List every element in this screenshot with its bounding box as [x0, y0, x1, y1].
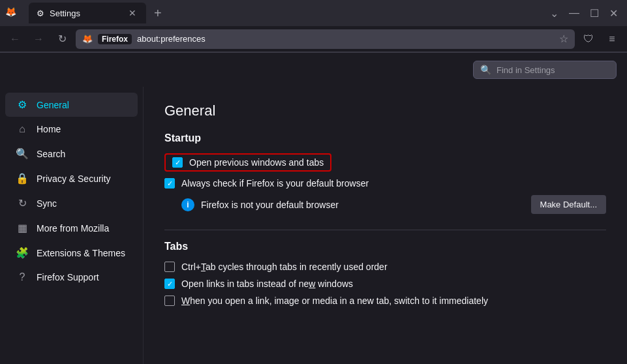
ctrl-tab-checkbox[interactable] [164, 262, 175, 272]
find-settings-field[interactable]: 🔍 Find in Settings [473, 61, 617, 79]
nav-right: 🛡 ≡ [579, 29, 622, 49]
header-search-area: 🔍 Find in Settings [0, 53, 627, 87]
menu-button[interactable]: ≡ [602, 29, 622, 49]
sidebar: ⚙ General ⌂ Home 🔍 Search 🔒 Privacy & Se… [0, 87, 144, 364]
window-close-button[interactable]: ✕ [605, 6, 622, 21]
window-maximize-button[interactable]: ☐ [586, 6, 603, 21]
sidebar-item-sync[interactable]: ↻ Sync [5, 191, 138, 215]
check-default-checkbox[interactable]: ✓ [164, 178, 175, 189]
tabs-section: Tabs Ctrl+Tab cycles through tabs in rec… [164, 241, 606, 306]
extensions-icon: 🧩 [16, 247, 29, 259]
reload-button[interactable]: ↻ [52, 29, 72, 49]
make-default-button[interactable]: Make Default... [531, 195, 606, 214]
open-links-checkbox[interactable]: ✓ [164, 279, 175, 289]
sidebar-item-mozilla-label: More from Mozilla [37, 223, 109, 234]
url-bar[interactable]: 🦊 Firefox about:preferences ☆ [76, 29, 575, 49]
section-divider [164, 230, 606, 230]
open-prev-label: Open previous windows and tabs [189, 157, 324, 168]
title-bar: 🦊 ⚙ Settings ✕ + ⌄ — ☐ ✕ [0, 0, 627, 26]
url-text: about:preferences [137, 34, 554, 44]
open-links-row: ✓ Open links in tabs instead of new wind… [164, 279, 606, 289]
shield-icon[interactable]: 🛡 [579, 29, 598, 49]
tab-bar: ⚙ Settings ✕ + [23, 3, 172, 23]
back-button[interactable]: ← [5, 29, 25, 49]
sidebar-item-search[interactable]: 🔍 Search [5, 142, 138, 166]
sidebar-item-home[interactable]: ⌂ Home [5, 117, 138, 141]
window-controls: ⌄ — ☐ ✕ [546, 6, 622, 21]
search-icon: 🔍 [16, 147, 29, 160]
sidebar-item-extensions[interactable]: 🧩 Extensions & Themes [5, 241, 138, 265]
startup-section-title: Startup [164, 132, 606, 144]
bookmark-icon[interactable]: ☆ [559, 33, 568, 45]
content-area: General Startup ✓ Open previous windows … [144, 87, 627, 364]
sidebar-item-privacy-label: Privacy & Security [37, 174, 111, 184]
settings-tab[interactable]: ⚙ Settings ✕ [29, 3, 146, 23]
ctrl-tab-label: Ctrl+Tab cycles through tabs in recently… [181, 262, 388, 272]
sidebar-item-search-label: Search [37, 149, 65, 159]
sidebar-item-support-label: Firefox Support [37, 272, 99, 282]
info-icon: i [181, 198, 194, 211]
sidebar-item-home-label: Home [37, 124, 61, 134]
sync-icon: ↻ [16, 197, 29, 209]
browser-chrome: 🦊 ⚙ Settings ✕ + ⌄ — ☐ ✕ ← → ↻ 🦊 Firefox… [0, 0, 627, 53]
tab-settings-icon: ⚙ [37, 8, 44, 18]
tabs-section-title: Tabs [164, 241, 606, 252]
switch-tab-checkbox[interactable] [164, 296, 175, 306]
switch-tab-row: When you open a link, image or media in … [164, 296, 606, 306]
find-settings-placeholder: Find in Settings [497, 65, 555, 75]
find-search-icon: 🔍 [480, 65, 491, 75]
default-browser-row: i Firefox is not your default browser Ma… [181, 195, 606, 214]
url-badge: Firefox [98, 34, 132, 44]
general-icon: ⚙ [16, 99, 29, 111]
startup-section: Startup ✓ Open previous windows and tabs… [164, 132, 606, 214]
sidebar-item-mozilla[interactable]: ▦ More from Mozilla [5, 216, 138, 240]
privacy-icon: 🔒 [16, 172, 29, 185]
check-default-row: ✓ Always check if Firefox is your defaul… [164, 178, 606, 189]
sidebar-item-extensions-label: Extensions & Themes [37, 248, 125, 258]
sidebar-item-general-label: General [37, 100, 69, 110]
new-tab-button[interactable]: + [149, 3, 167, 23]
check-default-label: Always check if Firefox is your default … [181, 178, 369, 189]
default-browser-message: Firefox is not your default browser [201, 200, 339, 210]
support-icon: ? [16, 271, 29, 283]
sidebar-item-privacy[interactable]: 🔒 Privacy & Security [5, 166, 138, 190]
ctrl-tab-row: Ctrl+Tab cycles through tabs in recently… [164, 262, 606, 272]
home-icon: ⌂ [16, 123, 29, 135]
url-favicon-icon: 🦊 [82, 34, 93, 44]
sidebar-item-support[interactable]: ? Firefox Support [5, 265, 138, 289]
tab-close-button[interactable]: ✕ [127, 7, 138, 19]
page-title: General [164, 102, 606, 119]
open-prev-checkbox[interactable]: ✓ [172, 157, 183, 168]
window-dropdown-button[interactable]: ⌄ [546, 6, 562, 21]
window-minimize-button[interactable]: — [565, 6, 583, 20]
nav-bar: ← → ↻ 🦊 Firefox about:preferences ☆ 🛡 ≡ [0, 26, 627, 52]
firefox-logo-icon: 🦊 [5, 7, 18, 20]
switch-tab-label: When you open a link, image or media in … [181, 296, 488, 306]
tab-title: Settings [50, 8, 121, 18]
main-layout: ⚙ General ⌂ Home 🔍 Search 🔒 Privacy & Se… [0, 87, 627, 364]
mozilla-icon: ▦ [16, 222, 29, 234]
open-links-label: Open links in tabs instead of new window… [181, 279, 353, 289]
forward-button[interactable]: → [29, 29, 48, 49]
sidebar-item-sync-label: Sync [37, 198, 57, 209]
sidebar-item-general[interactable]: ⚙ General [5, 93, 138, 117]
